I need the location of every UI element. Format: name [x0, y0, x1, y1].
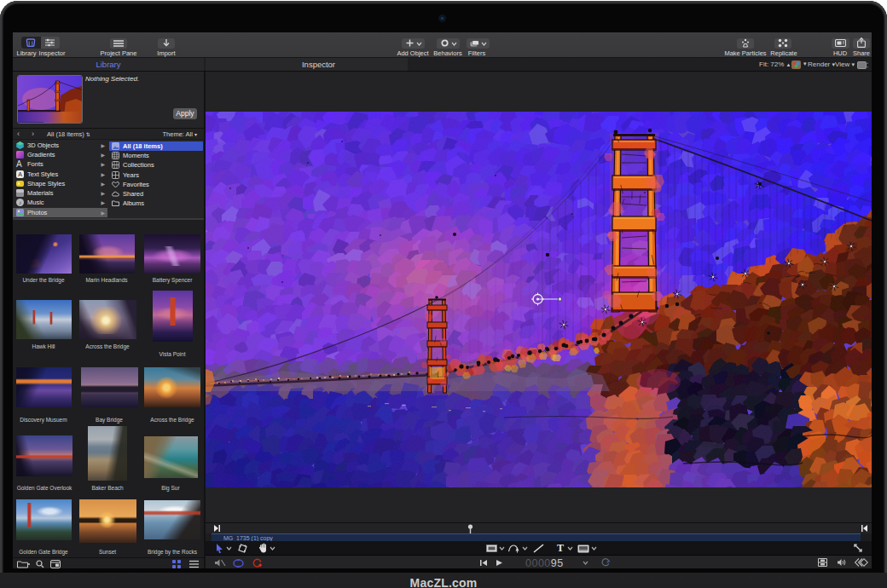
svg-text:A: A: [18, 171, 22, 177]
svg-text:♪: ♪: [19, 199, 21, 205]
